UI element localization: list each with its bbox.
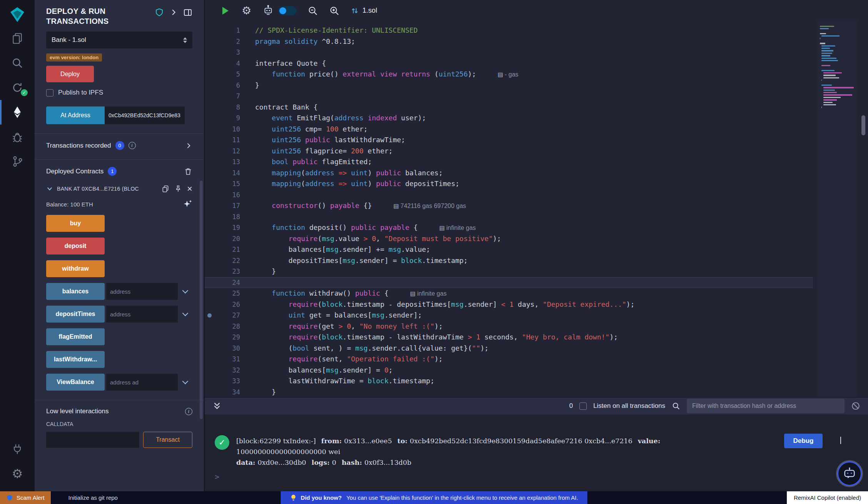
ai-sparkle-icon[interactable] (182, 199, 192, 209)
collapse-contract-icon[interactable] (46, 185, 53, 192)
git-icon[interactable] (0, 149, 35, 174)
code-line-24[interactable]: 24 (205, 277, 813, 288)
gutter-margin[interactable] (205, 200, 215, 211)
info-icon[interactable]: i (129, 142, 136, 149)
copilot-status[interactable]: RemixAI Copilot (enabled) (787, 491, 868, 504)
collapse-panel-icon[interactable] (169, 8, 178, 17)
code-line-34[interactable]: 34 } (205, 387, 813, 398)
gutter-margin[interactable] (205, 102, 215, 113)
code-line-15[interactable]: 15 mapping(address => uint) public depos… (205, 178, 813, 190)
shield-icon[interactable] (155, 8, 164, 17)
code-line-9[interactable]: 9 event EmitFlag(address indexed user); (205, 113, 813, 124)
listen-all-checkbox[interactable] (579, 403, 587, 410)
fn-arg-input[interactable] (106, 306, 178, 323)
transaction-log-entry[interactable]: ✓ [block:62299 txIndex:-]from: 0x313...e… (215, 435, 753, 468)
gutter-margin[interactable] (205, 321, 215, 332)
info-icon[interactable]: i (185, 408, 192, 415)
code-line-30[interactable]: 30 (bool sent, ) = msg.sender.call{value… (205, 343, 813, 354)
fn-arg-input[interactable] (106, 374, 178, 391)
code-line-31[interactable]: 31 require(sent, "Operation failed :("); (205, 354, 813, 365)
contract-fn-lastwithdraw--button[interactable]: lastWithdraw... (46, 351, 105, 368)
gutter-margin[interactable] (205, 156, 215, 168)
code-line-13[interactable]: 13 bool public flagEmitted; (205, 156, 813, 168)
gutter-margin[interactable] (205, 25, 215, 36)
contract-fn-deposittimes-button[interactable]: depositTimes (46, 306, 105, 323)
pin-icon[interactable] (174, 185, 182, 193)
gutter-margin[interactable] (205, 36, 215, 47)
contract-fn-buy-button[interactable]: buy (46, 215, 105, 232)
terminal-search-icon[interactable] (672, 402, 680, 410)
gutter-margin[interactable] (205, 354, 215, 365)
code-line-12[interactable]: 12 uint256 flagprice= 200 ether; (205, 146, 813, 157)
remix-logo[interactable] (5, 3, 30, 26)
code-line-3[interactable]: 3 (205, 47, 813, 58)
gutter-margin[interactable] (205, 135, 215, 146)
gutter-margin[interactable] (205, 288, 215, 299)
debugger-icon[interactable] (0, 125, 35, 149)
zoom-out-icon[interactable] (307, 5, 318, 16)
code-line-18[interactable]: 18 (205, 211, 813, 223)
gutter-margin[interactable] (205, 255, 215, 266)
code-line-5[interactable]: 5 function price() external view returns… (205, 69, 813, 80)
calldata-input[interactable] (46, 432, 139, 448)
contract-fn-withdraw-button[interactable]: withdraw (46, 260, 105, 277)
code-line-8[interactable]: 8contract Bank { (205, 102, 813, 113)
layout-panel-icon[interactable] (183, 8, 192, 17)
expand-args-icon[interactable] (178, 312, 192, 316)
trash-icon[interactable] (184, 167, 192, 176)
panel-scrollbar[interactable] (200, 181, 203, 419)
copy-icon[interactable] (162, 185, 169, 193)
code-line-26[interactable]: 26 require(block.timestamp - depositTime… (205, 299, 813, 310)
plugin-manager-icon[interactable] (0, 437, 35, 461)
gutter-margin[interactable] (205, 233, 215, 245)
terminal-output[interactable]: ✓ [block:62299 txIndex:-]from: 0x313...e… (205, 414, 868, 491)
zoom-in-icon[interactable] (329, 5, 340, 16)
editor-scrollbar[interactable] (861, 115, 865, 135)
code-line-11[interactable]: 11 uint256 public lastWithdrawTime; (205, 135, 813, 146)
gutter-margin[interactable] (205, 47, 215, 58)
gutter-margin[interactable] (205, 69, 215, 80)
code-line-6[interactable]: 6} (205, 80, 813, 91)
code-line-7[interactable]: 7 (205, 91, 813, 102)
expand-recorded-icon[interactable] (185, 142, 192, 150)
terminal-filter-input[interactable] (687, 399, 845, 413)
gutter-margin[interactable] (205, 299, 215, 310)
breakpoint-dot[interactable] (207, 313, 212, 318)
expand-args-icon[interactable] (178, 289, 192, 294)
code-line-19[interactable]: 19 function deposit() public payable {in… (205, 222, 813, 233)
gutter-margin[interactable] (205, 211, 215, 223)
code-line-4[interactable]: 4interface Quote { (205, 58, 813, 69)
code-line-16[interactable]: 16 (205, 190, 813, 201)
gutter-margin[interactable] (205, 365, 215, 376)
gutter-margin[interactable] (205, 277, 215, 288)
expand-log-icon[interactable] (840, 437, 841, 444)
contract-fn-flagemitted-button[interactable]: flagEmitted (46, 328, 105, 345)
debug-button[interactable]: Debug (784, 434, 823, 448)
code-line-27[interactable]: 27 uint get = balances[msg.sender]; (205, 310, 813, 321)
terminal-prompt[interactable]: > (215, 472, 219, 481)
copilot-toggle[interactable] (278, 6, 297, 15)
code-line-20[interactable]: 20 require(msg.value > 0, "Deposit must … (205, 233, 813, 245)
gutter-margin[interactable] (205, 387, 215, 398)
gutter-margin[interactable] (205, 332, 215, 343)
active-file-tab[interactable]: 1.sol (351, 7, 377, 15)
code-line-14[interactable]: 14 mapping(address => uint) public balan… (205, 168, 813, 179)
contract-fn-viewbalance-button[interactable]: ViewBalance (46, 374, 105, 391)
scam-alert-badge[interactable]: Scam Alert (0, 491, 51, 504)
code-line-22[interactable]: 22 depositTimes[msg.sender] = block.time… (205, 255, 813, 266)
gutter-margin[interactable] (205, 146, 215, 157)
solidity-compiler-icon[interactable]: ✓ (0, 75, 35, 100)
gutter-margin[interactable] (205, 124, 215, 135)
gutter-margin[interactable] (205, 168, 215, 179)
gutter-margin[interactable] (205, 113, 215, 124)
transact-button[interactable]: Transact (143, 432, 192, 448)
contract-instance-title[interactable]: BANK AT 0XCB4...E7216 (BLOC (57, 186, 139, 192)
gutter-margin[interactable] (205, 343, 215, 354)
publish-ipfs-row[interactable]: Publish to IPFS (46, 89, 192, 96)
contract-fn-deposit-button[interactable]: deposit (46, 238, 105, 254)
gutter-margin[interactable] (205, 91, 215, 102)
minimap[interactable] (817, 21, 857, 397)
gutter-margin[interactable] (205, 178, 215, 190)
gutter-margin[interactable] (205, 244, 215, 255)
code-line-28[interactable]: 28 require(get > 0, "No money left :("); (205, 321, 813, 332)
